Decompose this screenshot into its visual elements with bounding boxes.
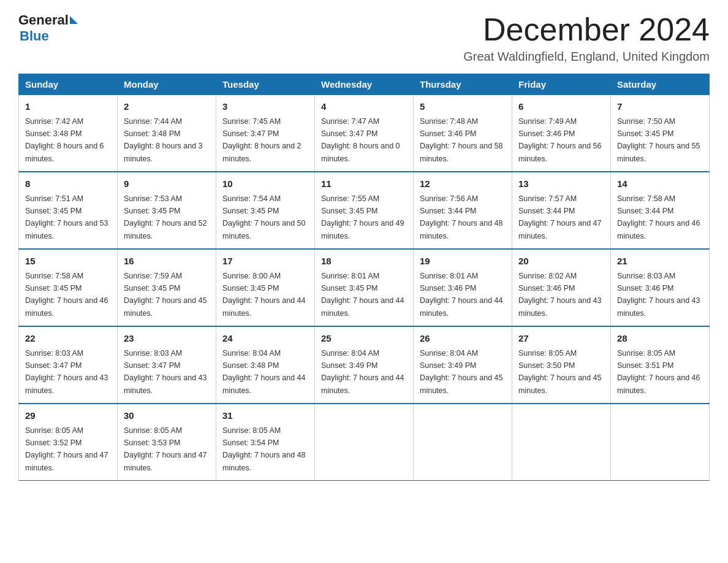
day-number: 16 (124, 255, 210, 269)
col-header-wednesday: Wednesday (315, 74, 414, 95)
day-number: 1 (25, 100, 111, 114)
day-number: 23 (124, 332, 210, 346)
day-number: 11 (321, 177, 407, 191)
day-number: 10 (222, 177, 308, 191)
calendar-cell: 9 Sunrise: 7:53 AMSunset: 3:45 PMDayligh… (118, 172, 216, 249)
calendar-cell: 25 Sunrise: 8:04 AMSunset: 3:49 PMDaylig… (315, 326, 414, 404)
calendar-cell: 14 Sunrise: 7:58 AMSunset: 3:44 PMDaylig… (611, 172, 710, 249)
calendar-cell: 3 Sunrise: 7:45 AMSunset: 3:47 PMDayligh… (216, 95, 315, 172)
calendar-cell (414, 404, 512, 481)
day-number: 17 (222, 255, 308, 269)
day-info: Sunrise: 7:51 AMSunset: 3:45 PMDaylight:… (25, 194, 108, 240)
day-number: 27 (518, 332, 604, 346)
day-number: 26 (420, 332, 506, 346)
day-info: Sunrise: 8:04 AMSunset: 3:49 PMDaylight:… (321, 349, 404, 395)
day-info: Sunrise: 7:58 AMSunset: 3:45 PMDaylight:… (25, 272, 108, 318)
col-header-thursday: Thursday (414, 74, 512, 95)
calendar-cell: 28 Sunrise: 8:05 AMSunset: 3:51 PMDaylig… (611, 326, 710, 404)
day-number: 12 (420, 177, 506, 191)
calendar-cell: 7 Sunrise: 7:50 AMSunset: 3:45 PMDayligh… (611, 95, 710, 172)
calendar-cell: 6 Sunrise: 7:49 AMSunset: 3:46 PMDayligh… (512, 95, 611, 172)
day-number: 4 (321, 100, 407, 114)
day-number: 7 (617, 100, 703, 114)
day-number: 14 (617, 177, 703, 191)
calendar-week-row: 15 Sunrise: 7:58 AMSunset: 3:45 PMDaylig… (19, 249, 710, 326)
day-info: Sunrise: 7:54 AMSunset: 3:45 PMDaylight:… (222, 194, 306, 240)
day-info: Sunrise: 8:00 AMSunset: 3:45 PMDaylight:… (222, 272, 306, 318)
day-info: Sunrise: 7:48 AMSunset: 3:46 PMDaylight:… (420, 117, 503, 163)
calendar-cell: 29 Sunrise: 8:05 AMSunset: 3:52 PMDaylig… (19, 404, 118, 481)
calendar-table: SundayMondayTuesdayWednesdayThursdayFrid… (18, 74, 710, 481)
calendar-cell: 11 Sunrise: 7:55 AMSunset: 3:45 PMDaylig… (315, 172, 414, 249)
day-info: Sunrise: 8:03 AMSunset: 3:47 PMDaylight:… (124, 349, 207, 395)
day-info: Sunrise: 8:01 AMSunset: 3:46 PMDaylight:… (420, 272, 503, 318)
calendar-cell: 15 Sunrise: 7:58 AMSunset: 3:45 PMDaylig… (19, 249, 118, 326)
day-info: Sunrise: 8:01 AMSunset: 3:45 PMDaylight:… (321, 272, 404, 318)
day-info: Sunrise: 8:05 AMSunset: 3:52 PMDaylight:… (25, 426, 108, 472)
day-info: Sunrise: 7:50 AMSunset: 3:45 PMDaylight:… (617, 117, 700, 163)
day-info: Sunrise: 8:04 AMSunset: 3:49 PMDaylight:… (420, 349, 503, 395)
day-number: 28 (617, 332, 703, 346)
day-info: Sunrise: 8:05 AMSunset: 3:51 PMDaylight:… (617, 349, 700, 395)
day-number: 6 (518, 100, 604, 114)
calendar-cell: 24 Sunrise: 8:04 AMSunset: 3:48 PMDaylig… (216, 326, 315, 404)
day-number: 30 (124, 409, 210, 423)
day-number: 9 (124, 177, 210, 191)
calendar-cell: 2 Sunrise: 7:44 AMSunset: 3:48 PMDayligh… (118, 95, 216, 172)
calendar-cell: 1 Sunrise: 7:42 AMSunset: 3:48 PMDayligh… (19, 95, 118, 172)
day-info: Sunrise: 7:57 AMSunset: 3:44 PMDaylight:… (518, 194, 602, 240)
calendar-cell: 16 Sunrise: 7:59 AMSunset: 3:45 PMDaylig… (118, 249, 216, 326)
day-info: Sunrise: 8:02 AMSunset: 3:46 PMDaylight:… (518, 272, 602, 318)
day-info: Sunrise: 8:05 AMSunset: 3:50 PMDaylight:… (518, 349, 602, 395)
day-info: Sunrise: 8:04 AMSunset: 3:48 PMDaylight:… (222, 349, 306, 395)
day-number: 25 (321, 332, 407, 346)
calendar-cell: 27 Sunrise: 8:05 AMSunset: 3:50 PMDaylig… (512, 326, 611, 404)
day-number: 24 (222, 332, 308, 346)
day-number: 8 (25, 177, 111, 191)
day-number: 13 (518, 177, 604, 191)
day-info: Sunrise: 7:49 AMSunset: 3:46 PMDaylight:… (518, 117, 602, 163)
calendar-cell: 17 Sunrise: 8:00 AMSunset: 3:45 PMDaylig… (216, 249, 315, 326)
calendar-cell: 5 Sunrise: 7:48 AMSunset: 3:46 PMDayligh… (414, 95, 512, 172)
day-number: 19 (420, 255, 506, 269)
day-number: 20 (518, 255, 604, 269)
calendar-cell: 4 Sunrise: 7:47 AMSunset: 3:47 PMDayligh… (315, 95, 414, 172)
day-info: Sunrise: 7:56 AMSunset: 3:44 PMDaylight:… (420, 194, 503, 240)
calendar-cell: 10 Sunrise: 7:54 AMSunset: 3:45 PMDaylig… (216, 172, 315, 249)
day-info: Sunrise: 7:44 AMSunset: 3:48 PMDaylight:… (124, 117, 203, 163)
calendar-cell: 20 Sunrise: 8:02 AMSunset: 3:46 PMDaylig… (512, 249, 611, 326)
calendar-cell: 23 Sunrise: 8:03 AMSunset: 3:47 PMDaylig… (118, 326, 216, 404)
calendar-week-row: 1 Sunrise: 7:42 AMSunset: 3:48 PMDayligh… (19, 95, 710, 172)
calendar-header-row: SundayMondayTuesdayWednesdayThursdayFrid… (19, 74, 710, 95)
day-number: 3 (222, 100, 308, 114)
page-header: General Blue December 2024 Great Walding… (18, 12, 710, 64)
day-number: 5 (420, 100, 506, 114)
logo-general-text: General (18, 12, 69, 28)
calendar-cell (315, 404, 414, 481)
calendar-week-row: 22 Sunrise: 8:03 AMSunset: 3:47 PMDaylig… (19, 326, 710, 404)
day-info: Sunrise: 8:03 AMSunset: 3:47 PMDaylight:… (25, 349, 108, 395)
day-number: 2 (124, 100, 210, 114)
calendar-cell: 13 Sunrise: 7:57 AMSunset: 3:44 PMDaylig… (512, 172, 611, 249)
calendar-cell: 26 Sunrise: 8:04 AMSunset: 3:49 PMDaylig… (414, 326, 512, 404)
calendar-cell (611, 404, 710, 481)
day-info: Sunrise: 7:47 AMSunset: 3:47 PMDaylight:… (321, 117, 400, 163)
calendar-week-row: 8 Sunrise: 7:51 AMSunset: 3:45 PMDayligh… (19, 172, 710, 249)
col-header-monday: Monday (118, 74, 216, 95)
logo: General Blue (18, 12, 78, 44)
calendar-cell: 22 Sunrise: 8:03 AMSunset: 3:47 PMDaylig… (19, 326, 118, 404)
col-header-tuesday: Tuesday (216, 74, 315, 95)
calendar-cell: 18 Sunrise: 8:01 AMSunset: 3:45 PMDaylig… (315, 249, 414, 326)
calendar-week-row: 29 Sunrise: 8:05 AMSunset: 3:52 PMDaylig… (19, 404, 710, 481)
logo-arrow-icon (70, 16, 78, 24)
calendar-cell: 31 Sunrise: 8:05 AMSunset: 3:54 PMDaylig… (216, 404, 315, 481)
day-info: Sunrise: 8:05 AMSunset: 3:54 PMDaylight:… (222, 426, 306, 472)
day-number: 21 (617, 255, 703, 269)
calendar-cell: 21 Sunrise: 8:03 AMSunset: 3:46 PMDaylig… (611, 249, 710, 326)
day-info: Sunrise: 8:05 AMSunset: 3:53 PMDaylight:… (124, 426, 207, 472)
day-number: 18 (321, 255, 407, 269)
day-number: 31 (222, 409, 308, 423)
col-header-sunday: Sunday (19, 74, 118, 95)
calendar-cell: 19 Sunrise: 8:01 AMSunset: 3:46 PMDaylig… (414, 249, 512, 326)
title-area: December 2024 Great Waldingfield, Englan… (463, 12, 710, 64)
